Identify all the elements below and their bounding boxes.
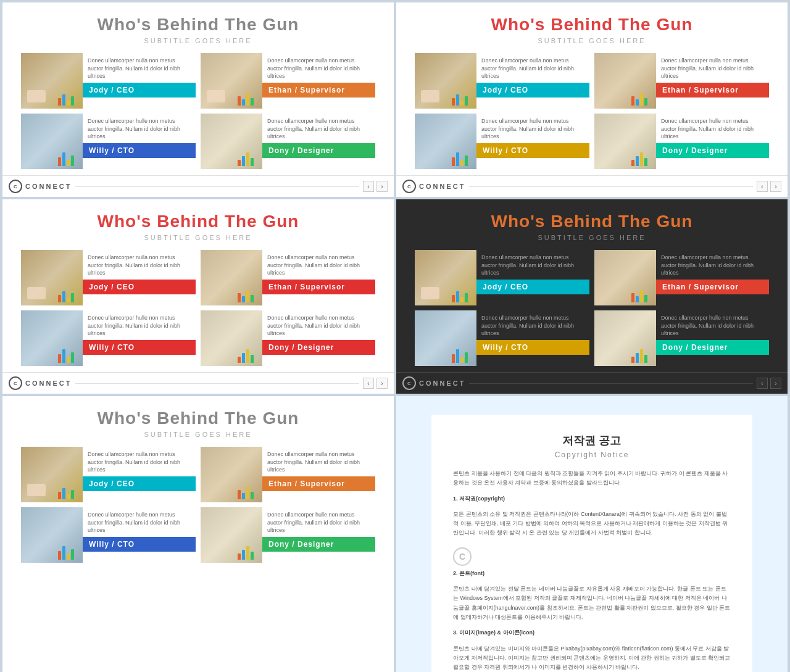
card-3-img (21, 114, 83, 169)
next-arrow-4[interactable]: › (770, 378, 781, 389)
next-arrow-3[interactable]: › (376, 378, 388, 389)
card-3-name: Willy / CTO (83, 143, 196, 158)
card-5-4-name: Dony / Designer (262, 537, 375, 552)
card-3-1-img (21, 250, 83, 305)
slide-3-footer: C CONNECT ‹ › (2, 372, 394, 394)
footer-connect-2: CONNECT (419, 183, 465, 190)
card-2-4-text: Donec ullamcorper hulle non metus auctor… (656, 114, 769, 143)
slide-1-subtitle: SUBTITLE GOES HERE (21, 37, 375, 44)
prev-arrow-4[interactable]: ‹ (757, 378, 768, 389)
slide-3-content: Who's Behind The Gun SUBTITLE GOES HERE (2, 199, 394, 372)
card-2-1-text: Donec ullamcorper nulla non metus auctor… (476, 53, 589, 83)
copyright-section3-body: 콘텐츠 내에 담겨있는 이미지와 아이콘들은 Pixabay(pixabay.c… (453, 644, 731, 672)
card-5-2-name: Ethan / Supervisor (262, 476, 375, 491)
footer-arrows-3[interactable]: ‹ › (363, 378, 388, 389)
slide-1-team: Donec ullamcorper nulla non metus auctor… (21, 53, 375, 169)
slide-3-team: Donec ullamcorper nulla non metus auctor… (21, 250, 375, 366)
card-3-3-text: Donec ullamcorper hulle non metus auctor… (83, 310, 196, 340)
card-5-3-text: Donec ullamcorper hulle non metus auctor… (83, 507, 196, 537)
footer-arrows-2[interactable]: ‹ › (757, 181, 781, 192)
card-2-img (201, 53, 262, 109)
prev-arrow-1[interactable]: ‹ (363, 181, 374, 192)
card-5-4-text: Donec ullamcorper hulle non metus auctor… (262, 507, 375, 537)
team-card-1: Donec ullamcorper nulla non metus auctor… (21, 53, 196, 109)
card-2-4-name: Dony / Designer (656, 143, 769, 158)
logo-icon-2: C (402, 180, 416, 193)
card-5-3-img (21, 507, 83, 563)
card-2-3-img (415, 114, 476, 169)
card-4-1-img (415, 250, 476, 305)
card-2-3-text: Donec ullamcorper hulle non metus auctor… (476, 114, 589, 143)
card-4-text: Donec ullamcorper hulle non metus auctor… (262, 114, 375, 143)
next-arrow-2[interactable]: › (770, 181, 781, 192)
card-2-name: Ethan / Supervisor (262, 83, 375, 97)
slide-3: Who's Behind The Gun SUBTITLE GOES HERE (2, 199, 394, 394)
footer-connect-3: CONNECT (25, 380, 72, 387)
logo-icon-3: C (9, 376, 22, 390)
slide-2-team: Donec ullamcorper nulla non metus auctor… (415, 53, 769, 169)
card-3-2-text: Donec ullamcorper nulla non metus auctor… (262, 250, 375, 280)
copyright-body: 콘텐츠 제품을 사용하기 전에 다음의 원칙과 조항들을 지켜주 읽어 주시기 … (453, 469, 731, 672)
copyright-section3-title: 3. 이미지(image) & 아이콘(icon) (453, 628, 731, 637)
team-card-4-2: Donec ullamcorper nulla non metus auctor… (594, 250, 769, 305)
team-card-4-4: Donec ullamcorper hulle non metus auctor… (594, 310, 769, 366)
card-4-4-name: Dony / Designer (656, 340, 769, 355)
slide-2: Who's Behind The Gun SUBTITLE GOES HERE (396, 2, 788, 197)
card-2-1-name: Jody / CEO (476, 83, 589, 97)
card-1-text: Donec ullamcorper nulla non metus auctor… (83, 53, 196, 83)
footer-line-3 (75, 383, 359, 384)
card-3-3-name: Willy / CTO (83, 340, 196, 355)
slide-4: Who's Behind The Gun SUBTITLE GOES HERE (396, 199, 788, 394)
slide-2-title: Who's Behind The Gun (415, 15, 769, 35)
copyright-title-ko: 저작권 공고 (453, 433, 731, 448)
slide-1-footer: C CONNECT ‹ › (2, 175, 394, 197)
card-2-2-name: Ethan / Supervisor (656, 83, 769, 97)
slide-4-footer: C CONNECT ‹ › (396, 372, 788, 394)
card-5-4-img (201, 507, 262, 563)
footer-arrows-1[interactable]: ‹ › (363, 181, 388, 192)
card-5-2-img (201, 447, 262, 502)
card-3-3-img (21, 310, 83, 366)
card-2-3-name: Willy / CTO (476, 143, 589, 158)
card-4-2-img (594, 250, 656, 305)
slide-4-team: Donec ullamcorper nulla non metus auctor… (415, 250, 769, 366)
slide-5: Who's Behind The Gun SUBTITLE GOES HERE (2, 396, 394, 672)
footer-logo-1: C CONNECT (9, 180, 72, 193)
card-5-2-text: Donec ullamcorper nulla non metus auctor… (262, 447, 375, 476)
prev-arrow-2[interactable]: ‹ (757, 181, 768, 192)
card-2-text: Donec ullamcorper nulla non metus auctor… (262, 53, 375, 83)
card-4-2-name: Ethan / Supervisor (656, 280, 769, 294)
card-5-1-text: Donec ullamcorper nulla non metus auctor… (83, 447, 196, 476)
card-3-4-text: Donec ullamcorper hulle non metus auctor… (262, 310, 375, 340)
card-2-2-img (594, 53, 656, 109)
copyright-section2-title: 2. 폰트(font) (453, 569, 731, 578)
footer-logo-2: C CONNECT (402, 180, 465, 193)
card-1-img (21, 53, 83, 109)
footer-logo-4: C CONNECT (402, 376, 465, 390)
slide-1-content: Who's Behind The Gun SUBTITLE GOES HERE (2, 2, 394, 175)
footer-line-1 (75, 186, 359, 187)
card-2-4-img (594, 114, 656, 169)
slide-5-content: Who's Behind The Gun SUBTITLE GOES HERE (2, 396, 394, 672)
slide-5-subtitle: SUBTITLE GOES HERE (21, 431, 375, 438)
copyright-section1-body: 모든 콘텐츠의 소유 및 저작권은 콘텐츠타나라(이하 ContentXtana… (453, 510, 731, 538)
card-3-1-text: Donec ullamcorper nulla non metus auctor… (83, 250, 196, 280)
slide-1-title: Who's Behind The Gun (21, 15, 375, 35)
team-card-5-1: Donec ullamcorper nulla non metus auctor… (21, 447, 196, 502)
footer-logo-3: C CONNECT (9, 376, 72, 390)
card-4-3-name: Willy / CTO (476, 340, 589, 355)
next-arrow-1[interactable]: › (376, 181, 388, 192)
card-2-1-img (415, 53, 476, 109)
team-card-2-4: Donec ullamcorper hulle non metus auctor… (594, 114, 769, 169)
copyright-section1-title: 1. 저작권(copyright) (453, 494, 731, 504)
prev-arrow-3[interactable]: ‹ (363, 378, 374, 389)
slide-2-content: Who's Behind The Gun SUBTITLE GOES HERE (396, 2, 788, 175)
footer-line-4 (469, 383, 753, 384)
team-card-3-1: Donec ullamcorper nulla non metus auctor… (21, 250, 196, 305)
slide-4-title: Who's Behind The Gun (415, 212, 769, 231)
card-3-1-name: Jody / CEO (83, 280, 196, 294)
team-card-4-1: Donec ullamcorper nulla non metus auctor… (415, 250, 589, 305)
team-card-3-4: Donec ullamcorper hulle non metus auctor… (201, 310, 375, 366)
card-4-img (201, 114, 262, 169)
footer-arrows-4[interactable]: ‹ › (757, 378, 781, 389)
